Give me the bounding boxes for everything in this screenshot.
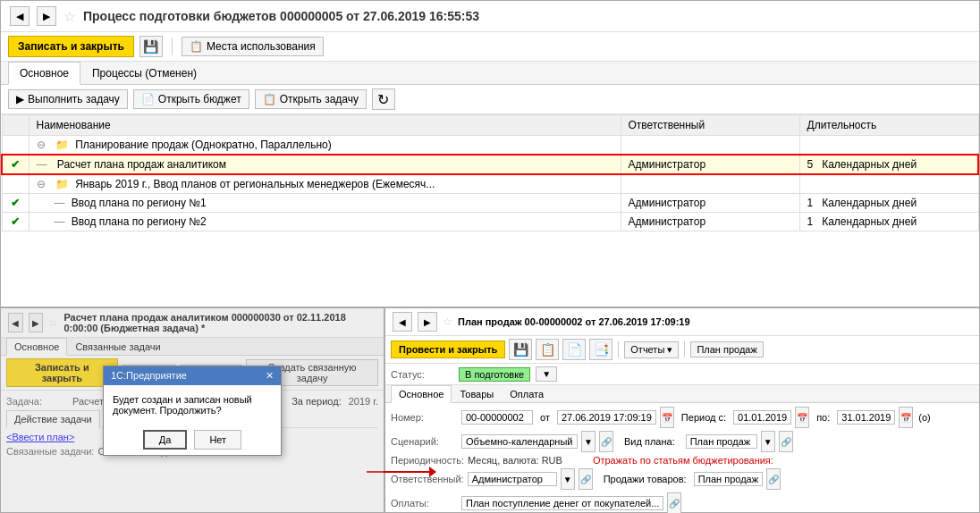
post-close-button[interactable]: Провести и закрыть (391, 341, 505, 358)
responsible-cell: Администратор (621, 194, 799, 213)
row-name: Январь 2019 г., Ввод планов от региональ… (75, 178, 435, 190)
reports-button[interactable]: Отчеты ▾ (624, 341, 679, 358)
scenario-link[interactable]: 🔗 (599, 431, 613, 452)
main-window: ◀ ▶ ☆ Процесс подготовки бюджетов 000000… (0, 0, 980, 513)
sub-toolbar: ▶ Выполнить задачу 📄 Открыть бюджет 📋 От… (1, 85, 979, 114)
periodicity-value: Месяц, валюта: RUB (468, 455, 562, 466)
goods-link[interactable]: 🔗 (766, 468, 781, 490)
responsible-dropdown[interactable]: ▼ (561, 468, 575, 490)
tab-main[interactable]: Основное (8, 62, 80, 85)
responsible-row: Ответственный: Администратор ▼ 🔗 Продажи… (391, 468, 974, 490)
duration-cell: 5 Календарных дней (799, 155, 978, 174)
scenario-row: Сценарий: Объемно-календарный ▼ 🔗 Вид пл… (391, 431, 974, 452)
duration-value: 5 (807, 158, 814, 171)
favorite-icon[interactable]: ☆ (63, 8, 76, 25)
modal-title: 1С:Предприятие (111, 370, 187, 381)
repeat-icon[interactable]: (о) (918, 412, 930, 423)
modal-close-icon[interactable]: ✕ (266, 370, 274, 382)
plan-type-link[interactable]: 🔗 (779, 431, 793, 452)
table-row[interactable]: ✔ — Ввод плана по региону №1 Администрат… (2, 194, 978, 213)
plan-type-value[interactable]: План продаж (686, 434, 757, 449)
check-cell (2, 174, 29, 194)
responsible-link[interactable]: 🔗 (579, 468, 593, 490)
number-value: 00-00000002 (461, 410, 533, 425)
period-to-value[interactable]: 31.01.2019 (837, 410, 895, 425)
scenario-dropdown[interactable]: ▼ (581, 431, 596, 452)
forward-button[interactable]: ▶ (37, 6, 56, 26)
right-tab-payment[interactable]: Оплата (502, 385, 552, 402)
date-value[interactable]: 27.06.2019 17:09:19 (557, 410, 656, 425)
refresh-button[interactable]: ↻ (372, 88, 395, 110)
open-budget-button[interactable]: 📄 Открыть бюджет (133, 89, 249, 109)
table-row[interactable]: ⊖ 📁 Планирование продаж (Однократно, Пар… (2, 136, 978, 156)
back-button[interactable]: ◀ (10, 6, 30, 26)
period-to-label: по: (816, 412, 830, 423)
name-cell: — Ввод плана по региону №2 (29, 213, 621, 231)
open-task-icon: 📋 (263, 93, 276, 105)
period-from-value[interactable]: 01.01.2019 (733, 410, 791, 425)
save-icon-button[interactable]: 💾 (139, 36, 163, 57)
right-tab-goods[interactable]: Товары (452, 385, 502, 402)
right-panel-tabs: Основное Товары Оплата (385, 385, 979, 403)
places-button[interactable]: 📋 Места использования (182, 37, 324, 56)
responsible-value[interactable]: Администратор (468, 472, 557, 486)
tab-processes[interactable]: Процессы (Отменен) (80, 62, 208, 84)
modal-no-button[interactable]: Нет (194, 430, 241, 450)
status-dropdown-button[interactable]: ▼ (536, 366, 557, 382)
payments-value[interactable]: План поступление денег от покупателей... (461, 496, 663, 510)
row-name: Ввод плана по региону №2 (72, 215, 207, 228)
row-name: Ввод плана по региону №1 (72, 197, 207, 209)
col-check (2, 115, 29, 136)
rp-icon2[interactable]: 📋 (536, 339, 559, 360)
right-back-button[interactable]: ◀ (393, 312, 412, 332)
date-picker-icon[interactable]: 📅 (660, 407, 674, 428)
right-panel-title-bar: ◀ ▶ ☆ План продаж 00-00000002 от 27.06.2… (385, 308, 979, 336)
modal-yes-button[interactable]: Да (143, 430, 188, 450)
goods-label: Продажи товаров: (604, 474, 687, 484)
plan-type-dropdown[interactable]: ▼ (761, 431, 775, 452)
check-cell: ✔ (2, 194, 29, 213)
modal-buttons: Да Нет (104, 425, 281, 455)
rp-icon4[interactable]: 📑 (589, 339, 612, 360)
name-cell: ⊖ 📁 Планирование продаж (Однократно, Пар… (29, 136, 621, 156)
payments-link[interactable]: 🔗 (667, 492, 681, 513)
status-label: Статус: (391, 369, 453, 380)
duration-unit: Календарных дней (822, 197, 917, 209)
right-forward-button[interactable]: ▶ (418, 312, 437, 332)
duration-unit: Календарных дней (822, 158, 917, 171)
open-task-button[interactable]: 📋 Открыть задачу (255, 89, 367, 109)
rp-save-icon[interactable]: 💾 (509, 339, 532, 360)
name-cell: — Расчет плана продаж аналитиком (29, 155, 621, 174)
open-task-label: Открыть задачу (280, 93, 359, 105)
left-panel: ◀ ▶ ☆ Расчет плана продаж аналитиком 000… (1, 308, 385, 512)
duration-value: 1 (807, 197, 814, 209)
table-row[interactable]: ⊖ 📁 Январь 2019 г., Ввод планов от регио… (2, 174, 978, 194)
execute-task-button[interactable]: ▶ Выполнить задачу (8, 89, 128, 109)
modal-message: Будет создан и записан новый документ. П… (113, 394, 252, 416)
separator2 (684, 341, 685, 357)
col-duration: Длительность (799, 115, 978, 136)
right-tab-main[interactable]: Основное (391, 385, 452, 403)
save-close-button[interactable]: Записать и закрыть (8, 36, 134, 57)
right-panel: ◀ ▶ ☆ План продаж 00-00000002 от 27.06.2… (385, 308, 979, 512)
title-bar: ◀ ▶ ☆ Процесс подготовки бюджетов 000000… (1, 1, 979, 32)
sales-plan-button[interactable]: План продаж (690, 341, 763, 357)
table-row[interactable]: ✔ — Ввод плана по региону №2 Администрат… (2, 213, 978, 231)
scenario-value[interactable]: Объемно-календарный (461, 434, 578, 449)
row-name: Расчет плана продаж аналитиком (57, 158, 226, 171)
plan-type-label: Вид плана: (624, 436, 675, 447)
right-favorite-icon[interactable]: ☆ (443, 315, 452, 328)
period-to-picker[interactable]: 📅 (899, 407, 913, 428)
duration-unit: Календарных дней (822, 215, 917, 228)
page-title: Процесс подготовки бюджетов 000000005 от… (83, 9, 479, 23)
folder-icon: 📁 (55, 139, 69, 151)
table-row-selected[interactable]: ✔ — Расчет плана продаж аналитиком Админ… (2, 155, 978, 174)
dash-icon: — (55, 215, 65, 228)
responsible-cell (621, 174, 799, 194)
status-row: Статус: В подготовке ▼ (385, 364, 979, 385)
name-cell: — Ввод плана по региону №1 (29, 194, 621, 213)
rp-icon3[interactable]: 📄 (562, 339, 586, 360)
modal-box: 1С:Предприятие ✕ Будет создан и записан … (103, 366, 282, 456)
goods-value[interactable]: План продаж (694, 472, 763, 486)
period-from-picker[interactable]: 📅 (795, 407, 809, 428)
